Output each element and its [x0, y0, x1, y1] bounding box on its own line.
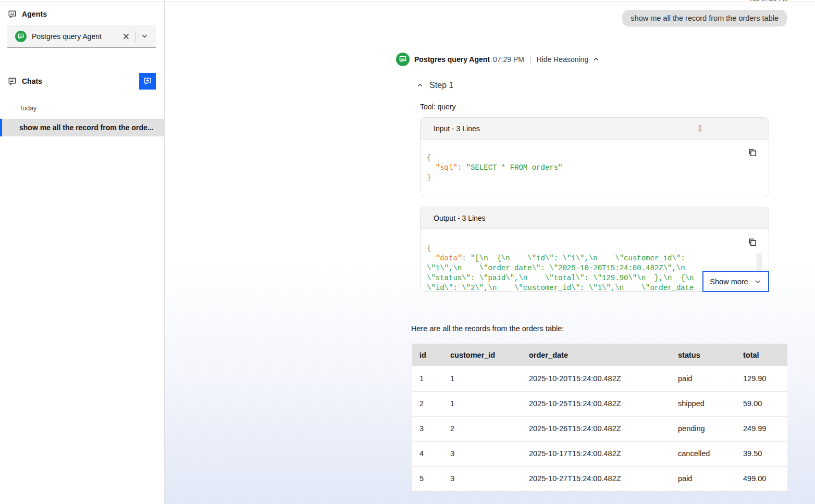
- agent-name: Postgres query Agent: [414, 55, 490, 64]
- agent-message-time: 07:29 PM: [493, 55, 524, 64]
- orders-table-header: idcustomer_idorder_datestatustotal: [412, 344, 787, 366]
- step-toggle[interactable]: Step 1: [416, 81, 453, 90]
- selector-divider: [135, 31, 135, 42]
- table-cell: 1: [412, 366, 443, 391]
- chevron-down-icon: [754, 278, 762, 285]
- table-cell: 2025-10-17T15:24:00.482Z: [522, 441, 671, 466]
- table-cell: 1: [443, 391, 522, 416]
- table-cell: pending: [671, 416, 736, 441]
- table-cell: 3: [443, 441, 522, 466]
- table-cell: 3: [443, 466, 522, 491]
- table-header-row: idcustomer_idorder_datestatustotal: [412, 344, 787, 366]
- table-cell: 59.00: [736, 391, 787, 416]
- code-line: {: [427, 244, 748, 254]
- column-header: status: [671, 344, 736, 366]
- table-cell: 499.00: [736, 466, 787, 491]
- agents-section-header: Agents: [0, 8, 164, 20]
- input-panel-body: { "sql": "SELECT * FROM orders"}: [421, 140, 769, 196]
- table-row: 112025-10-20T15:24:00.482Zpaid129.90: [412, 366, 787, 391]
- table-cell: 249.99: [736, 416, 787, 441]
- input-code-block: { "sql": "SELECT * FROM orders"}: [421, 140, 769, 188]
- agent-answer-text: Here are all the records from the orders…: [411, 324, 564, 333]
- column-header: id: [412, 344, 443, 366]
- table-cell: paid: [671, 466, 736, 491]
- code-line: \"status\": \"paid\",\n \"total\": \"129…: [427, 273, 748, 283]
- table-cell: shipped: [671, 391, 736, 416]
- agent-avatar-icon: [396, 53, 410, 66]
- column-header: total: [736, 344, 787, 366]
- agent-dropdown-chevron-icon[interactable]: [137, 29, 152, 44]
- table-cell: 129.90: [736, 366, 787, 391]
- copy-icon[interactable]: [748, 147, 759, 158]
- new-chat-icon: [143, 77, 152, 86]
- hide-reasoning-label: Hide Reasoning: [537, 55, 589, 64]
- table-cell: 2025-10-25T15:24:00.482Z: [522, 391, 671, 416]
- table-cell: 2025-10-27T15:24:00.482Z: [522, 466, 671, 491]
- step-label: Step 1: [429, 81, 453, 90]
- table-row: 432025-10-17T15:24:00.482Zcancelled39.50: [412, 441, 787, 466]
- agent-message-header: Postgres query Agent 07:29 PM | Hide Rea…: [396, 53, 600, 66]
- code-line: }: [427, 173, 748, 183]
- input-panel-title: Input - 3 Lines: [434, 124, 480, 133]
- code-line: "sql": "SELECT * FROM orders": [427, 163, 748, 173]
- table-cell: paid: [671, 366, 736, 391]
- code-line: "data": "[\n {\n \"id\": \"1\",\n \"cust…: [427, 254, 748, 263]
- column-header: customer_id: [443, 344, 522, 366]
- table-cell: 4: [412, 441, 443, 466]
- tool-label: Tool: query: [420, 103, 455, 111]
- chats-section-header: Chats: [0, 73, 164, 90]
- tool-output-panel: Output - 3 Lines { "data": "[\n {\n \"id…: [420, 207, 769, 292]
- copy-icon[interactable]: [748, 236, 759, 248]
- table-cell: 2025-10-20T15:24:00.482Z: [522, 366, 671, 391]
- tool-input-panel: Input - 3 Lines ⇩ { "sql": "SELECT * FRO…: [420, 117, 769, 196]
- chevron-up-icon: [592, 56, 600, 63]
- new-chat-button[interactable]: [139, 73, 156, 90]
- show-more-button[interactable]: Show more: [702, 271, 769, 292]
- table-cell: 1: [443, 366, 522, 391]
- agent-bot-icon: [7, 9, 17, 19]
- output-panel-header: Output - 3 Lines: [421, 207, 769, 229]
- hide-reasoning-button[interactable]: Hide Reasoning: [537, 55, 600, 64]
- code-line: \"id\": \"2\",\n \"customer_id\": \"1\",…: [427, 283, 748, 291]
- column-header: order_date: [522, 344, 671, 366]
- table-cell: 5: [412, 466, 443, 491]
- agent-selector[interactable]: Postgres query Agent: [7, 25, 156, 48]
- table-cell: 2: [412, 391, 443, 416]
- table-cell: 3: [412, 416, 443, 441]
- user-message-bubble: show me all the record from the orders t…: [622, 10, 787, 27]
- header-divider: |: [529, 55, 532, 64]
- agents-title: Agents: [22, 10, 47, 18]
- app-root: Agents Postgres query Agent Chats: [0, 0, 815, 504]
- download-icon[interactable]: ⇩: [692, 121, 708, 136]
- table-cell: 2025-10-26T15:24:00.482Z: [522, 416, 671, 441]
- chat-panel: You 07:29 PM show me all the record from…: [165, 0, 815, 504]
- orders-table: idcustomer_idorder_datestatustotal 11202…: [412, 344, 787, 492]
- chat-date-group: Today: [19, 105, 164, 112]
- output-panel-title: Output - 3 Lines: [434, 214, 486, 222]
- agent-avatar-icon: [15, 31, 27, 42]
- orders-table-body: 112025-10-20T15:24:00.482Zpaid129.902120…: [412, 366, 787, 491]
- chat-list-item-selected[interactable]: show me all the record from the orde...: [0, 119, 164, 136]
- sidebar: Agents Postgres query Agent Chats: [0, 0, 165, 504]
- agent-selector-label: Postgres query Agent: [32, 32, 119, 41]
- agent-clear-button[interactable]: [119, 29, 133, 44]
- table-cell: 2: [443, 416, 522, 441]
- chats-title: Chats: [22, 77, 42, 85]
- chevron-up-icon: [416, 82, 424, 89]
- chat-bubble-icon: [7, 77, 17, 86]
- table-cell: 39.50: [736, 441, 787, 466]
- show-more-label: Show more: [710, 278, 748, 286]
- table-cell: cancelled: [671, 441, 736, 466]
- code-line: \"1\",\n \"order_date\": \"2025-10-20T15…: [427, 263, 748, 273]
- input-panel-header: Input - 3 Lines ⇩: [421, 118, 769, 140]
- code-line: {: [427, 153, 748, 163]
- table-row: 212025-10-25T15:24:00.482Zshipped59.00: [412, 391, 787, 416]
- top-divider: [0, 2, 815, 2]
- table-row: 322025-10-26T15:24:00.482Zpending249.99: [412, 416, 787, 441]
- table-row: 532025-10-27T15:24:00.482Zpaid499.00: [412, 466, 787, 491]
